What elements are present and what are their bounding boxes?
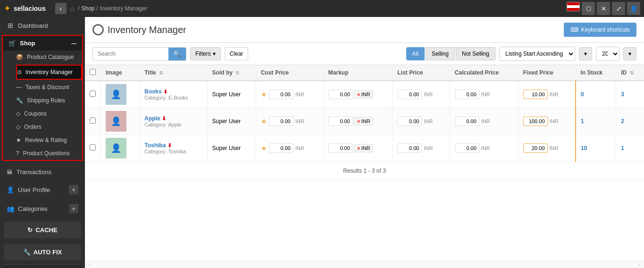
fixed-currency: INR: [550, 118, 559, 124]
row-checkbox[interactable]: [90, 117, 96, 124]
product-image-placeholder: 👤: [111, 143, 121, 153]
calc-price-input[interactable]: [455, 143, 479, 153]
markup-input[interactable]: [328, 143, 353, 153]
product-badge: ⬇: [163, 89, 167, 94]
keyboard-shortcuts-button[interactable]: ⌨ Keyboard shortcuts: [564, 23, 636, 37]
fixed-price-input[interactable]: [523, 143, 548, 153]
cost-price-input[interactable]: [269, 143, 293, 153]
sidebar-item-review-rating[interactable]: ★ Review & Rating: [16, 134, 82, 147]
cost-star-icon[interactable]: ★: [261, 117, 267, 125]
markup-input[interactable]: [328, 117, 353, 126]
search-button[interactable]: 🔍: [168, 48, 186, 60]
cost-price-input[interactable]: [269, 90, 293, 99]
fullscreen-icon[interactable]: ⤢: [612, 2, 625, 15]
sold-by-value: Super User: [212, 91, 241, 98]
id-value[interactable]: 3: [621, 91, 624, 98]
in-stock-value[interactable]: 10: [581, 145, 587, 151]
sidebar-item-shop[interactable]: 🛒 Shop —: [3, 36, 82, 50]
sort-select[interactable]: Listing Start Ascending: [499, 47, 575, 61]
sort-arrow-btn[interactable]: ▾: [579, 47, 592, 60]
calc-price-input[interactable]: [455, 90, 479, 99]
scroll-right[interactable]: ›: [639, 262, 640, 267]
row-checkbox[interactable]: [90, 91, 96, 97]
select-all-checkbox[interactable]: [90, 69, 96, 75]
home-icon[interactable]: ⌂: [70, 5, 74, 12]
joomla-icon[interactable]: ✕: [597, 2, 610, 15]
sidebar-item-transactions[interactable]: 🏛 Transactions: [0, 164, 85, 180]
sidebar-item-coupons[interactable]: ◇ Coupons: [16, 107, 82, 120]
breadcrumb-shop[interactable]: Shop: [82, 5, 95, 12]
sidebar-item-dashboard[interactable]: ⊞ Dashboard: [0, 17, 85, 34]
sidebar-item-categories[interactable]: 👥 Categories +: [0, 199, 85, 218]
clear-button[interactable]: Clear: [225, 47, 249, 60]
list-price-input[interactable]: [397, 90, 422, 99]
cost-price-group: ★ INR: [261, 117, 318, 126]
sidebar-item-shipping[interactable]: 🔧 Shipping Rules: [16, 94, 82, 107]
markup-currency: INR: [361, 145, 370, 151]
sidebar-item-product-questions[interactable]: ? Product Questions: [16, 147, 82, 160]
markup-currency: INR: [361, 92, 370, 97]
markup-input[interactable]: [328, 90, 353, 99]
list-price-input[interactable]: [397, 117, 422, 126]
cache-button[interactable]: ↻ CACHE: [4, 222, 81, 238]
col-in-stock: In Stock: [576, 65, 616, 81]
back-button[interactable]: ‹: [55, 3, 67, 14]
sidebar-item-user-profile[interactable]: 👤 User Profile +: [0, 180, 85, 199]
per-page-select[interactable]: 2050100: [596, 47, 619, 61]
tab-selling[interactable]: Selling: [426, 47, 455, 60]
product-category: Category: Apple: [144, 122, 202, 127]
categories-expand-button[interactable]: +: [69, 204, 78, 213]
product-category: Category: Toshiba: [144, 149, 202, 154]
tab-not-selling[interactable]: Not Selling: [456, 47, 495, 60]
autofix-button[interactable]: 🔧 AUTO FIX: [4, 244, 81, 260]
sold-by-value: Super User: [212, 145, 241, 151]
calc-price-input[interactable]: [455, 117, 479, 126]
product-title[interactable]: Toshiba ⬇: [144, 142, 202, 149]
list-currency: INR: [424, 118, 433, 124]
sidebar-item-inventory-manager[interactable]: ⊙ Inventory Manager: [17, 66, 81, 79]
sidebar-item-orders[interactable]: ◇ Orders: [16, 120, 82, 134]
col-sold-by: Sold by ⇅: [207, 65, 256, 81]
scroll-left[interactable]: ‹: [89, 262, 90, 267]
sidebar-item-product-catalogue[interactable]: 📦 Product Catalogue: [16, 50, 82, 64]
table-container[interactable]: Image Title ⇅ Sold by ⇅ Cost Price Marku…: [85, 65, 644, 260]
markup-x-icon[interactable]: ✕: [357, 146, 360, 151]
sidebar-item-taxes[interactable]: — Taxes & Discount: [16, 81, 82, 94]
markup-x-icon[interactable]: ✕: [357, 92, 360, 97]
search-input[interactable]: [93, 48, 168, 60]
inventory-highlight: ⊙ Inventory Manager: [16, 65, 82, 80]
documentation-button[interactable]: DOCUMENTATION: [4, 264, 81, 268]
id-value[interactable]: 2: [621, 118, 624, 125]
cost-price-group: ★ INR: [261, 90, 318, 99]
user-profile-expand-button[interactable]: +: [69, 185, 78, 194]
per-page-arrow-btn[interactable]: ▾: [623, 47, 636, 60]
fixed-price-input[interactable]: [523, 117, 548, 126]
row-checkbox[interactable]: [90, 144, 96, 151]
list-price-input[interactable]: [397, 143, 422, 153]
row-stock-cell: 10: [576, 135, 616, 162]
tab-all[interactable]: All: [406, 47, 425, 60]
product-title[interactable]: Apple ⬇: [144, 115, 202, 122]
fixed-price-input[interactable]: [523, 90, 548, 99]
in-stock-value[interactable]: 0: [581, 91, 584, 98]
flag-icon[interactable]: [567, 2, 580, 11]
cost-price-input[interactable]: [269, 117, 293, 126]
product-title[interactable]: Books ⬇: [144, 88, 202, 95]
row-list-price-cell: INR: [393, 135, 450, 162]
orders-icon: ◇: [16, 124, 20, 130]
id-value[interactable]: 1: [621, 145, 624, 151]
cost-star-icon[interactable]: ★: [261, 91, 267, 98]
in-stock-value[interactable]: 1: [581, 118, 584, 125]
filters-button[interactable]: Filters ▾: [190, 47, 221, 60]
row-cost-price-cell: ★ INR: [256, 81, 323, 108]
row-sold-by-cell: Super User: [207, 135, 256, 162]
markup-x-icon[interactable]: ✕: [357, 119, 360, 124]
row-stock-cell: 0: [576, 81, 616, 108]
taxes-icon: —: [16, 84, 22, 91]
calc-currency: INR: [481, 145, 490, 151]
cost-star-icon[interactable]: ★: [261, 144, 267, 152]
external-link-icon[interactable]: ⬡: [582, 2, 595, 15]
col-fixed-price: Fixed Price: [518, 65, 576, 81]
collapse-icon: —: [71, 41, 76, 46]
user-icon[interactable]: 👤: [627, 2, 640, 15]
